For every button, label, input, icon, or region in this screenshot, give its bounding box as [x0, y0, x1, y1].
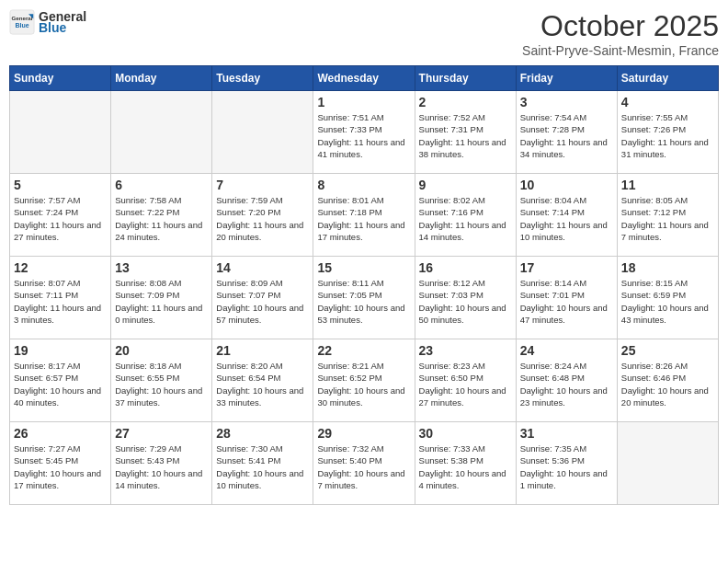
day-number: 5 — [14, 178, 107, 192]
day-header-sunday: Sunday — [10, 66, 111, 91]
week-row-2: 12Sunrise: 8:07 AM Sunset: 7:11 PM Dayli… — [10, 257, 719, 339]
day-number: 22 — [317, 343, 410, 358]
day-number: 15 — [317, 260, 410, 275]
calendar-cell: 4Sunrise: 7:55 AM Sunset: 7:26 PM Daylig… — [617, 91, 718, 174]
day-info: Sunrise: 7:29 AM Sunset: 5:43 PM Dayligh… — [115, 442, 208, 491]
calendar-table: SundayMondayTuesdayWednesdayThursdayFrid… — [9, 65, 719, 505]
day-info: Sunrise: 7:57 AM Sunset: 7:24 PM Dayligh… — [14, 194, 107, 243]
day-number: 3 — [520, 95, 613, 109]
calendar-cell: 26Sunrise: 7:27 AM Sunset: 5:45 PM Dayli… — [10, 422, 111, 505]
calendar-cell: 22Sunrise: 8:21 AM Sunset: 6:52 PM Dayli… — [313, 339, 415, 422]
day-number: 17 — [520, 260, 613, 275]
day-number: 26 — [14, 426, 107, 441]
calendar-subtitle: Saint-Pryve-Saint-Mesmin, France — [522, 43, 719, 58]
day-info: Sunrise: 8:02 AM Sunset: 7:16 PM Dayligh… — [419, 194, 512, 243]
day-number: 20 — [115, 343, 208, 358]
day-number: 6 — [115, 178, 208, 192]
calendar-body: 1Sunrise: 7:51 AM Sunset: 7:33 PM Daylig… — [10, 91, 719, 505]
calendar-cell — [212, 91, 313, 174]
day-info: Sunrise: 8:26 AM Sunset: 6:46 PM Dayligh… — [621, 360, 714, 408]
day-number: 2 — [419, 95, 512, 109]
calendar-cell: 13Sunrise: 8:08 AM Sunset: 7:09 PM Dayli… — [111, 257, 212, 339]
day-number: 9 — [419, 178, 512, 192]
day-number: 16 — [419, 260, 512, 275]
calendar-header: SundayMondayTuesdayWednesdayThursdayFrid… — [10, 66, 719, 91]
day-number: 21 — [216, 343, 309, 358]
day-info: Sunrise: 8:01 AM Sunset: 7:18 PM Dayligh… — [317, 194, 410, 243]
day-number: 12 — [14, 260, 107, 275]
day-number: 11 — [621, 178, 714, 192]
day-info: Sunrise: 8:05 AM Sunset: 7:12 PM Dayligh… — [621, 194, 714, 243]
calendar-cell: 30Sunrise: 7:33 AM Sunset: 5:38 PM Dayli… — [415, 422, 516, 505]
day-header-tuesday: Tuesday — [212, 66, 313, 91]
day-header-thursday: Thursday — [415, 66, 516, 91]
logo-icon: General Blue — [9, 9, 35, 35]
calendar-cell: 7Sunrise: 7:59 AM Sunset: 7:20 PM Daylig… — [212, 174, 313, 257]
week-row-4: 26Sunrise: 7:27 AM Sunset: 5:45 PM Dayli… — [10, 422, 719, 505]
day-info: Sunrise: 8:09 AM Sunset: 7:07 PM Dayligh… — [216, 277, 309, 326]
day-info: Sunrise: 7:27 AM Sunset: 5:45 PM Dayligh… — [14, 442, 107, 491]
calendar-cell: 28Sunrise: 7:30 AM Sunset: 5:41 PM Dayli… — [212, 422, 313, 505]
calendar-cell: 9Sunrise: 8:02 AM Sunset: 7:16 PM Daylig… — [415, 174, 516, 257]
day-info: Sunrise: 7:51 AM Sunset: 7:33 PM Dayligh… — [317, 111, 410, 160]
week-row-3: 19Sunrise: 8:17 AM Sunset: 6:57 PM Dayli… — [10, 339, 719, 422]
calendar-cell: 1Sunrise: 7:51 AM Sunset: 7:33 PM Daylig… — [313, 91, 415, 174]
week-row-0: 1Sunrise: 7:51 AM Sunset: 7:33 PM Daylig… — [10, 91, 719, 174]
calendar-cell: 8Sunrise: 8:01 AM Sunset: 7:18 PM Daylig… — [313, 174, 415, 257]
calendar-cell: 31Sunrise: 7:35 AM Sunset: 5:36 PM Dayli… — [516, 422, 617, 505]
day-info: Sunrise: 7:30 AM Sunset: 5:41 PM Dayligh… — [216, 442, 309, 491]
day-info: Sunrise: 8:08 AM Sunset: 7:09 PM Dayligh… — [115, 277, 208, 326]
day-info: Sunrise: 7:55 AM Sunset: 7:26 PM Dayligh… — [621, 111, 714, 160]
days-of-week-row: SundayMondayTuesdayWednesdayThursdayFrid… — [10, 66, 719, 91]
day-info: Sunrise: 7:59 AM Sunset: 7:20 PM Dayligh… — [216, 194, 309, 243]
calendar-cell: 12Sunrise: 8:07 AM Sunset: 7:11 PM Dayli… — [10, 257, 111, 339]
page-header: General Blue General Blue October 2025 S… — [9, 9, 719, 58]
day-info: Sunrise: 8:14 AM Sunset: 7:01 PM Dayligh… — [520, 277, 613, 326]
day-header-wednesday: Wednesday — [313, 66, 415, 91]
calendar-cell: 6Sunrise: 7:58 AM Sunset: 7:22 PM Daylig… — [111, 174, 212, 257]
logo: General Blue General Blue — [9, 9, 86, 35]
day-number: 14 — [216, 260, 309, 275]
day-info: Sunrise: 8:23 AM Sunset: 6:50 PM Dayligh… — [419, 360, 512, 408]
day-info: Sunrise: 7:52 AM Sunset: 7:31 PM Dayligh… — [419, 111, 512, 160]
calendar-cell: 11Sunrise: 8:05 AM Sunset: 7:12 PM Dayli… — [617, 174, 718, 257]
day-info: Sunrise: 8:17 AM Sunset: 6:57 PM Dayligh… — [14, 360, 107, 408]
day-number: 24 — [520, 343, 613, 358]
day-number: 7 — [216, 178, 309, 192]
calendar-cell: 2Sunrise: 7:52 AM Sunset: 7:31 PM Daylig… — [415, 91, 516, 174]
calendar-cell: 5Sunrise: 7:57 AM Sunset: 7:24 PM Daylig… — [10, 174, 111, 257]
calendar-cell: 21Sunrise: 8:20 AM Sunset: 6:54 PM Dayli… — [212, 339, 313, 422]
day-info: Sunrise: 8:15 AM Sunset: 6:59 PM Dayligh… — [621, 277, 714, 326]
day-number: 27 — [115, 426, 208, 441]
calendar-cell: 3Sunrise: 7:54 AM Sunset: 7:28 PM Daylig… — [516, 91, 617, 174]
day-info: Sunrise: 8:04 AM Sunset: 7:14 PM Dayligh… — [520, 194, 613, 243]
calendar-cell: 17Sunrise: 8:14 AM Sunset: 7:01 PM Dayli… — [516, 257, 617, 339]
calendar-cell: 18Sunrise: 8:15 AM Sunset: 6:59 PM Dayli… — [617, 257, 718, 339]
day-info: Sunrise: 8:24 AM Sunset: 6:48 PM Dayligh… — [520, 360, 613, 408]
day-info: Sunrise: 8:20 AM Sunset: 6:54 PM Dayligh… — [216, 360, 309, 408]
calendar-cell: 19Sunrise: 8:17 AM Sunset: 6:57 PM Dayli… — [10, 339, 111, 422]
calendar-cell — [10, 91, 111, 174]
day-number: 29 — [317, 426, 410, 441]
day-number: 31 — [520, 426, 613, 441]
title-block: October 2025 Saint-Pryve-Saint-Mesmin, F… — [522, 9, 719, 58]
calendar-cell: 27Sunrise: 7:29 AM Sunset: 5:43 PM Dayli… — [111, 422, 212, 505]
calendar-cell: 14Sunrise: 8:09 AM Sunset: 7:07 PM Dayli… — [212, 257, 313, 339]
svg-text:Blue: Blue — [15, 22, 28, 29]
calendar-cell: 20Sunrise: 8:18 AM Sunset: 6:55 PM Dayli… — [111, 339, 212, 422]
day-number: 4 — [621, 95, 714, 109]
calendar-cell: 24Sunrise: 8:24 AM Sunset: 6:48 PM Dayli… — [516, 339, 617, 422]
svg-text:General: General — [12, 15, 33, 21]
day-info: Sunrise: 8:18 AM Sunset: 6:55 PM Dayligh… — [115, 360, 208, 408]
day-number: 25 — [621, 343, 714, 358]
calendar-cell: 10Sunrise: 8:04 AM Sunset: 7:14 PM Dayli… — [516, 174, 617, 257]
day-number: 13 — [115, 260, 208, 275]
day-header-saturday: Saturday — [617, 66, 718, 91]
day-info: Sunrise: 8:11 AM Sunset: 7:05 PM Dayligh… — [317, 277, 410, 326]
day-info: Sunrise: 8:21 AM Sunset: 6:52 PM Dayligh… — [317, 360, 410, 408]
calendar-cell: 15Sunrise: 8:11 AM Sunset: 7:05 PM Dayli… — [313, 257, 415, 339]
day-number: 18 — [621, 260, 714, 275]
calendar-title: October 2025 — [522, 9, 719, 43]
day-number: 30 — [419, 426, 512, 441]
week-row-1: 5Sunrise: 7:57 AM Sunset: 7:24 PM Daylig… — [10, 174, 719, 257]
